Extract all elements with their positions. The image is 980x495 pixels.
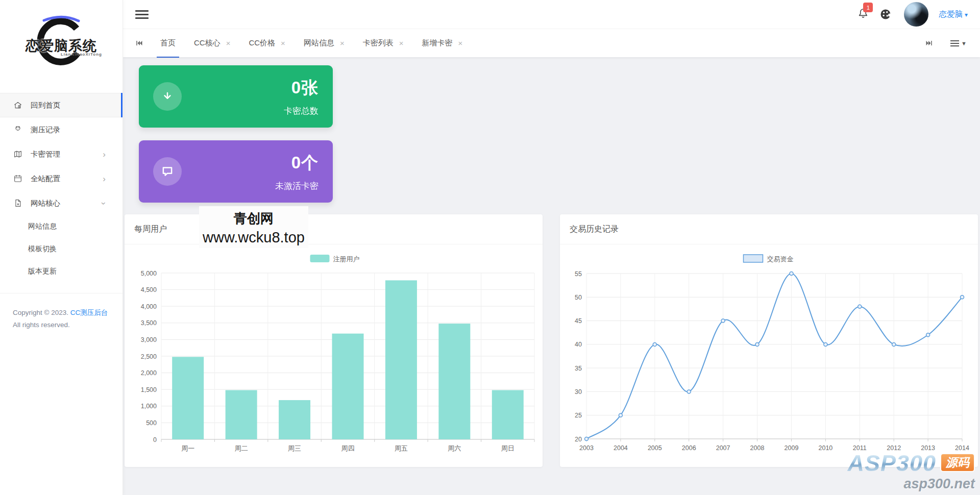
- stat-label: 未激活卡密: [275, 180, 318, 192]
- logo: 恋爱脑系统 LianAiNaoXiTong: [0, 0, 122, 93]
- tab[interactable]: 网站信息×: [297, 29, 351, 58]
- app-subtitle: LianAiNaoXiTong: [61, 52, 102, 57]
- watermark-brand: ASP300: [847, 451, 936, 476]
- watermark-line1: 青创网: [199, 210, 308, 228]
- tabs-scroll-right-icon[interactable]: [922, 39, 936, 47]
- svg-text:交易资金: 交易资金: [767, 255, 794, 263]
- tab-label: 网站信息: [304, 38, 334, 48]
- svg-text:5,000: 5,000: [141, 270, 157, 277]
- stat-card: 0个未激活卡密: [139, 140, 333, 203]
- comment-icon: [153, 157, 182, 186]
- chevron-down-icon: ▼: [961, 40, 967, 46]
- transaction-history-line-chart: 交易资金555045403530252020032004200520062007…: [560, 244, 978, 467]
- sidebar-item[interactable]: 全站配置›: [0, 166, 122, 191]
- close-icon[interactable]: ×: [226, 39, 231, 47]
- chevron-down-icon: ▾: [965, 11, 968, 18]
- sidebar-subitem[interactable]: 网站信息: [0, 215, 122, 238]
- svg-text:周四: 周四: [341, 444, 355, 452]
- card-title: 每周用户: [125, 214, 543, 244]
- sidebar-item[interactable]: 回到首页: [0, 93, 122, 117]
- notification-bell-icon[interactable]: 1: [857, 7, 869, 21]
- sidebar-item[interactable]: 网站核心›: [0, 191, 122, 215]
- record-icon: [13, 125, 23, 135]
- svg-text:20: 20: [575, 436, 582, 443]
- stat-label: 卡密总数: [284, 105, 318, 117]
- stat-cards: 0张卡密总数0个未激活卡密: [123, 65, 980, 203]
- download-icon: [153, 82, 182, 111]
- tab[interactable]: 新增卡密×: [415, 29, 469, 58]
- svg-text:1,500: 1,500: [141, 386, 157, 393]
- copyright-line1: Copyright © 2023.: [13, 309, 68, 316]
- svg-text:2009: 2009: [785, 444, 799, 452]
- svg-text:0: 0: [153, 436, 157, 443]
- tab[interactable]: 卡密列表×: [356, 29, 410, 58]
- svg-text:50: 50: [575, 294, 582, 301]
- svg-text:2003: 2003: [579, 444, 594, 452]
- svg-text:30: 30: [575, 388, 582, 395]
- close-icon[interactable]: ×: [281, 39, 285, 47]
- svg-text:周六: 周六: [448, 444, 461, 452]
- svg-text:3,500: 3,500: [141, 319, 157, 327]
- tab-options-menu[interactable]: ▼: [950, 39, 967, 48]
- chevron-down-icon: ›: [100, 202, 109, 205]
- svg-text:4,000: 4,000: [141, 303, 157, 310]
- theme-palette-icon[interactable]: [879, 8, 892, 20]
- svg-text:35: 35: [575, 365, 582, 372]
- svg-text:45: 45: [575, 317, 582, 325]
- charts-row: 每周用户 注册用户5,0004,5004,0003,5003,0002,5002…: [125, 214, 978, 467]
- copyright-link[interactable]: CC测压后台: [70, 309, 108, 316]
- tabbar: 首页CC核心×CC价格×网站信息×卡密列表×新增卡密× ▼: [123, 29, 980, 57]
- chevron-right-icon: ›: [103, 150, 106, 159]
- tabs-scroll-left-icon[interactable]: [132, 39, 146, 47]
- close-icon[interactable]: ×: [340, 39, 345, 47]
- sidebar-item[interactable]: 卡密管理›: [0, 142, 122, 166]
- tab[interactable]: CC价格×: [242, 29, 291, 58]
- sidebar-item-label: 卡密管理: [31, 150, 60, 159]
- file-icon: [13, 198, 23, 208]
- tab-label: 新增卡密: [422, 38, 452, 48]
- svg-text:2005: 2005: [648, 444, 662, 452]
- svg-text:周二: 周二: [235, 444, 248, 452]
- sidebar-subitem[interactable]: 版本更新: [0, 260, 122, 283]
- svg-text:2,000: 2,000: [141, 369, 157, 377]
- svg-text:40: 40: [575, 341, 582, 348]
- close-icon[interactable]: ×: [458, 39, 462, 47]
- tab-list: 首页CC核心×CC价格×网站信息×卡密列表×新增卡密×: [151, 29, 472, 58]
- sidebar-nav: 回到首页测压记录卡密管理›全站配置›网站核心›网站信息模板切换版本更新: [0, 93, 122, 283]
- svg-text:周一: 周一: [181, 444, 194, 452]
- card-title: 交易历史记录: [560, 214, 978, 244]
- watermark-line2: www.wcku8.top: [199, 229, 308, 246]
- close-icon[interactable]: ×: [399, 39, 404, 47]
- watermark-site: asp300.net: [847, 477, 975, 492]
- svg-text:周日: 周日: [501, 444, 514, 452]
- tab[interactable]: CC核心×: [187, 29, 237, 58]
- watermark-badge: 源码: [940, 453, 975, 472]
- tab[interactable]: 首页: [154, 29, 182, 58]
- sidebar-item-label: 回到首页: [31, 101, 60, 110]
- svg-text:2006: 2006: [682, 444, 696, 452]
- svg-text:周三: 周三: [288, 444, 301, 452]
- copyright: Copyright © 2023. CC测压后台 All rights rese…: [0, 293, 122, 331]
- tab-label: CC核心: [194, 38, 220, 48]
- sidebar: 恋爱脑系统 LianAiNaoXiTong 回到首页测压记录卡密管理›全站配置›…: [0, 0, 123, 495]
- svg-text:25: 25: [575, 412, 582, 419]
- hamburger-menu-icon[interactable]: [135, 8, 149, 21]
- sidebar-item-label: 测压记录: [31, 125, 60, 135]
- tab-label: 卡密列表: [363, 38, 394, 48]
- map-icon: [13, 149, 23, 159]
- svg-text:1,000: 1,000: [141, 403, 157, 410]
- stat-value: 0个: [275, 152, 318, 175]
- notification-badge: 1: [863, 3, 873, 12]
- transaction-history-card: 交易历史记录 交易资金55504540353025202003200420052…: [560, 214, 978, 467]
- svg-text:2010: 2010: [818, 444, 832, 452]
- svg-text:55: 55: [575, 270, 582, 278]
- watermark-overlay: 青创网 www.wcku8.top: [199, 206, 308, 248]
- user-avatar[interactable]: [904, 2, 928, 27]
- sidebar-item-label: 全站配置: [31, 174, 60, 184]
- username-dropdown[interactable]: 恋爱脑▾: [939, 9, 968, 20]
- sidebar-item[interactable]: 测压记录: [0, 117, 122, 142]
- home-icon: [13, 100, 23, 110]
- list-icon: [950, 39, 959, 48]
- sidebar-subitem[interactable]: 模板切换: [0, 238, 122, 260]
- tab-label: CC价格: [249, 38, 275, 48]
